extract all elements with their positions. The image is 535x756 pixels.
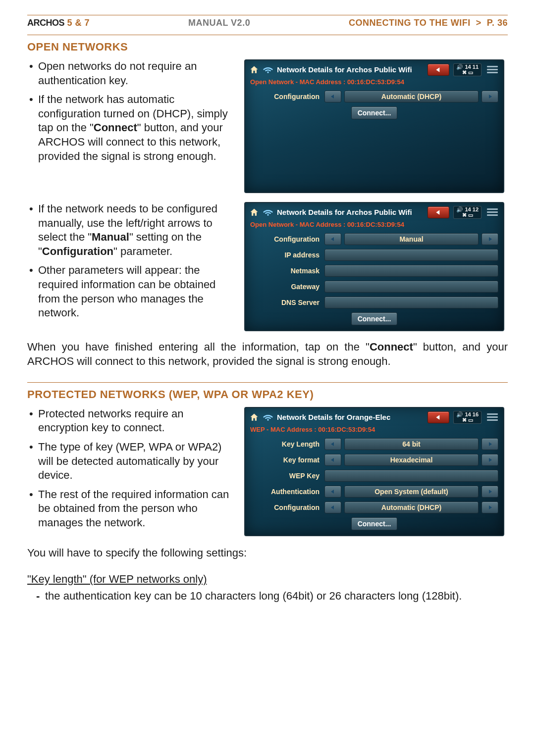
arrow-right-button[interactable] — [482, 91, 498, 102]
settings-row-label: Key format — [250, 455, 324, 464]
svg-marker-8 — [489, 442, 492, 446]
connect-button[interactable]: Connect... — [351, 106, 398, 119]
list-item: The rest of the required information can… — [38, 488, 235, 530]
settings-row-label: Configuration — [250, 92, 324, 101]
connect-button[interactable]: Connect... — [351, 517, 398, 530]
settings-row: WEP Key — [250, 470, 498, 482]
svg-marker-14 — [489, 505, 492, 509]
arrow-right-button[interactable] — [482, 502, 498, 513]
status-indicator: 🔊 14 16 ✖ ▭ — [453, 411, 482, 424]
keylength-item: the authentication key can be 10 charact… — [27, 589, 508, 604]
open-networks-list-b: If the network needs to be configured ma… — [27, 202, 235, 320]
list-item: If the network has automatic configurati… — [38, 93, 235, 163]
svg-marker-4 — [331, 237, 334, 241]
arrow-left-button[interactable] — [324, 91, 341, 102]
svg-marker-3 — [436, 210, 440, 214]
brand-logo: ARCHOS — [27, 18, 64, 28]
svg-marker-9 — [331, 458, 334, 462]
list-item: The type of key (WEP, WPA or WPA2) will … — [38, 440, 235, 483]
svg-marker-2 — [489, 95, 492, 99]
settings-row-label: Authentication — [250, 487, 324, 496]
settings-input[interactable] — [324, 249, 498, 261]
arrow-left-button[interactable] — [324, 454, 341, 466]
settings-row: Key formatHexadecimal — [250, 454, 498, 466]
home-icon[interactable] — [249, 207, 259, 217]
settings-row: IP address — [250, 249, 498, 261]
settings-row: Gateway — [250, 281, 498, 293]
section-open-networks-title: OPEN NETWORKS — [27, 40, 508, 54]
device-screenshot-protected: Network Details for Orange-Elec 🔊 14 16 … — [244, 407, 504, 536]
arrow-left-button[interactable] — [324, 502, 341, 513]
list-item: Protected networks require an encryption… — [38, 407, 235, 435]
wifi-icon — [263, 207, 273, 217]
arrow-right-button[interactable] — [482, 486, 498, 498]
menu-icon[interactable] — [485, 65, 499, 75]
settings-row-label: Gateway — [250, 282, 324, 291]
settings-row-label: Configuration — [250, 503, 324, 512]
menu-icon[interactable] — [485, 412, 499, 422]
device-screenshot-open-dhcp: Network Details for Archos Public Wifi 🔊… — [244, 59, 504, 193]
back-button[interactable] — [428, 206, 449, 218]
device-subheader: WEP - MAC Address : 00:16:DC:53:D9:54 — [245, 425, 503, 438]
list-item: Open networks do not require an authenti… — [38, 59, 235, 88]
svg-marker-5 — [489, 237, 492, 241]
back-button[interactable] — [428, 411, 449, 423]
wifi-icon — [263, 65, 273, 75]
section-protected-networks-title: PROTECTED NETWORKS (WEP, WPA OR WPA2 KEY… — [27, 388, 508, 402]
settings-input[interactable] — [324, 297, 498, 308]
page-header: ARCHOS 5 & 7 MANUAL V2.0 CONNECTING TO T… — [27, 17, 508, 32]
svg-marker-6 — [436, 415, 440, 419]
svg-marker-0 — [436, 67, 440, 72]
settings-value: Manual — [344, 233, 479, 245]
settings-row-label: WEP Key — [250, 471, 324, 480]
settings-row: ConfigurationManual — [250, 233, 498, 245]
settings-row: Netmask — [250, 265, 498, 277]
settings-row: ConfigurationAutomatic (DHCP) — [250, 91, 498, 102]
settings-row-label: DNS Server — [250, 298, 324, 307]
device-subheader: Open Network - MAC Address : 00:16:DC:53… — [245, 77, 503, 91]
protected-networks-list: Protected networks require an encryption… — [27, 407, 235, 530]
arrow-left-button[interactable] — [324, 486, 341, 498]
manual-version: MANUAL V2.0 — [188, 17, 250, 29]
settings-input[interactable] — [324, 281, 498, 293]
settings-row-label: Key Length — [250, 440, 324, 449]
arrow-left-button[interactable] — [324, 233, 341, 245]
status-indicator: 🔊 14 12 ✖ ▭ — [453, 206, 482, 219]
menu-icon[interactable] — [485, 207, 499, 217]
list-item: Other parameters will appear: the requir… — [38, 263, 235, 320]
arrow-left-button[interactable] — [324, 438, 341, 450]
back-button[interactable] — [428, 64, 449, 76]
settings-row: DNS Server — [250, 297, 498, 308]
list-item: If the network needs to be configured ma… — [38, 202, 235, 258]
settings-value: Open System (default) — [344, 486, 479, 498]
section2-tail: You will have to specify the following s… — [27, 546, 508, 560]
device-subheader: Open Network - MAC Address : 00:16:DC:53… — [245, 220, 503, 233]
header-breadcrumb: CONNECTING TO THE WIFI > P. 36 — [349, 17, 508, 29]
svg-marker-11 — [331, 490, 334, 494]
connect-button[interactable]: Connect... — [351, 312, 398, 325]
keylength-heading: "Key length" (for WEP networks only) — [27, 572, 508, 587]
device-title: Network Details for Orange-Elec — [277, 412, 390, 422]
settings-row-label: Netmask — [250, 266, 324, 275]
settings-input[interactable] — [324, 265, 498, 277]
home-icon[interactable] — [249, 412, 259, 422]
svg-marker-13 — [331, 505, 334, 509]
open-networks-list-a: Open networks do not require an authenti… — [27, 59, 235, 163]
settings-row: ConfigurationAutomatic (DHCP) — [250, 502, 498, 513]
arrow-right-button[interactable] — [482, 454, 498, 466]
arrow-right-button[interactable] — [482, 233, 498, 245]
arrow-right-button[interactable] — [482, 438, 498, 450]
settings-input[interactable] — [324, 470, 498, 482]
device-title: Network Details for Archos Public Wifi — [277, 65, 412, 75]
settings-row-label: IP address — [250, 251, 324, 259]
svg-marker-7 — [331, 442, 334, 446]
settings-value: Hexadecimal — [344, 454, 479, 466]
settings-row: Key Length64 bit — [250, 438, 498, 450]
svg-marker-10 — [489, 458, 492, 462]
home-icon[interactable] — [249, 65, 259, 75]
settings-value: Automatic (DHCP) — [344, 91, 479, 102]
wifi-icon — [263, 412, 273, 422]
settings-row-label: Configuration — [250, 235, 324, 244]
settings-row: AuthenticationOpen System (default) — [250, 486, 498, 498]
section1-tail-paragraph: When you have finished entering all the … — [27, 340, 508, 368]
